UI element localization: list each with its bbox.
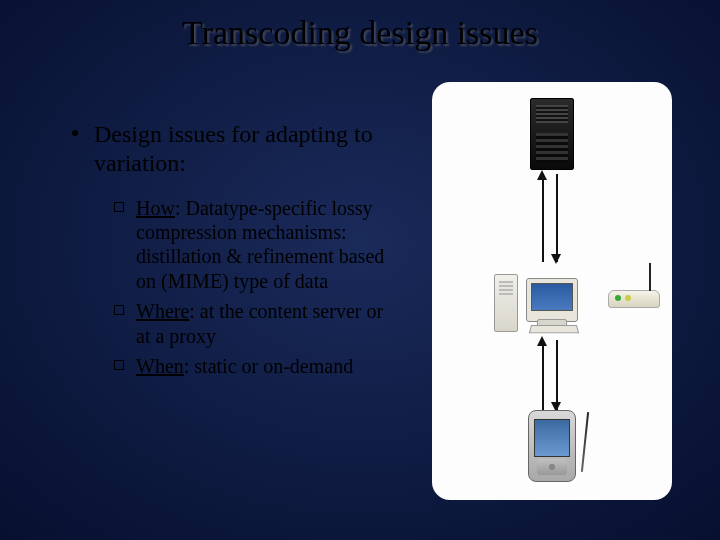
sub-lead: How [136,197,175,219]
arrow-up-icon [537,336,547,346]
diagram-panel [432,82,672,500]
sub-bullet-how: How: Datatype-specific lossy compression… [114,196,402,294]
connection-line [542,174,544,262]
keyboard-icon [529,325,579,333]
connection-line [542,340,544,410]
connection-line [556,340,558,410]
desktop-computer-icon [492,262,612,332]
sub-rest: : static or on-demand [184,355,353,377]
hollow-square-icon [114,305,124,315]
monitor-icon [526,278,578,322]
pc-tower-icon [494,274,518,332]
sub-bullet-when: When: static or on-demand [114,354,402,378]
arrow-up-icon [537,170,547,180]
wireless-router-icon [608,290,660,308]
main-bullet-text: Design issues for adapting to variation: [94,121,373,176]
sub-bullet-list: How: Datatype-specific lossy compression… [114,196,402,379]
sub-lead: When [136,355,184,377]
slide-title: Transcoding design issues [0,14,720,52]
pda-handheld-icon [528,410,576,482]
stylus-icon [581,412,589,472]
hollow-square-icon [114,202,124,212]
main-bullet: Design issues for adapting to variation: [72,120,402,178]
sub-lead: Where [136,300,189,322]
bullet-dot-icon [72,130,78,136]
server-icon [530,98,574,170]
connection-line [556,174,558,262]
sub-bullet-where: Where: at the content server or at a pro… [114,299,402,348]
hollow-square-icon [114,360,124,370]
content-area: Design issues for adapting to variation:… [72,120,402,384]
